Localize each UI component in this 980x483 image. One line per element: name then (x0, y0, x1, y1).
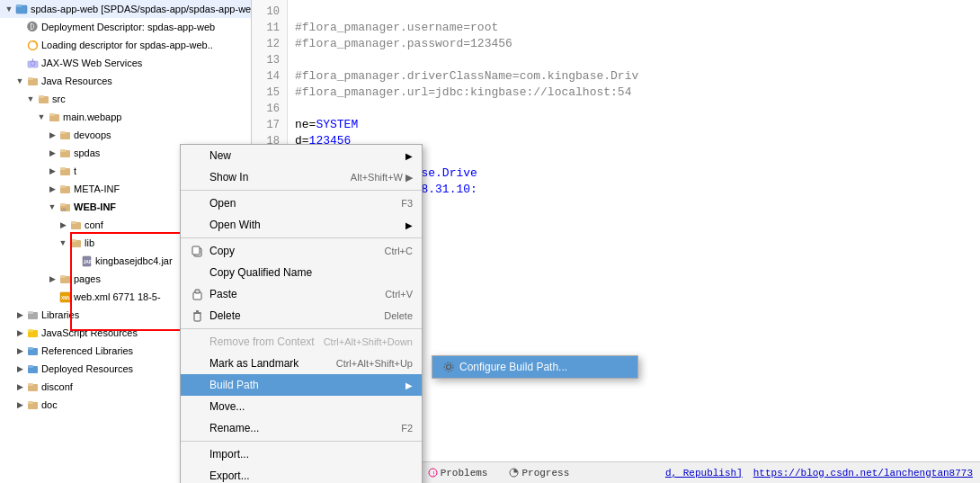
folder-icon (58, 164, 72, 178)
svg-rect-13 (60, 131, 66, 134)
line-num-13: 13 (255, 52, 280, 68)
menu-label-copy: Copy (209, 245, 385, 257)
menu-item-move[interactable]: Move... (181, 396, 422, 417)
menu-item-paste[interactable]: Paste Ctrl+V (181, 283, 422, 305)
tree-label: Referenced Libraries (41, 345, 133, 356)
tree-item-jaxws[interactable]: JAX-WS Web Services (0, 54, 251, 72)
tree-label: META-INF (74, 183, 120, 194)
menu-label-mark-landmark: Mark as Landmark (209, 357, 336, 370)
tree-label: src (52, 94, 66, 104)
expand-arrow: ▼ (47, 201, 58, 212)
tree-label: JAX-WS Web Services (41, 58, 142, 68)
tree-item-deploy-desc[interactable]: 🅓 Deployment Descriptor: spdas-app-web (0, 18, 251, 36)
submenu-item-configure-build-path[interactable]: Configure Build Path... (432, 356, 637, 378)
svg-text:JAR: JAR (83, 259, 92, 264)
menu-item-show-in[interactable]: Show In Alt+Shift+W ▶ (181, 166, 422, 188)
svg-rect-17 (60, 167, 66, 170)
line-num-17: 17 (255, 117, 280, 133)
tree-item-java-resources[interactable]: ▼ Java Resources (0, 72, 251, 90)
tree-item-loading-desc[interactable]: Loading descriptor for spdas-app-web.. (0, 36, 251, 54)
menu-item-export[interactable]: Export... (181, 465, 422, 483)
menu-label-new: New (209, 149, 405, 162)
tree-label: doc (41, 399, 58, 410)
svg-rect-30 (60, 275, 66, 278)
shortcut-show-in: Alt+Shift+W ▶ (351, 172, 413, 183)
menu-item-copy[interactable]: Copy Ctrl+C (181, 240, 422, 262)
export-icon (190, 469, 204, 483)
copy-qualified-icon (190, 265, 204, 280)
menu-item-open[interactable]: Open F3 (181, 192, 422, 214)
svg-rect-40 (28, 365, 33, 368)
project-icon (14, 2, 29, 16)
tree-item-root[interactable]: ▼ spdas-app-web [SPDAS/spdas-app/spdas-a… (0, 0, 251, 18)
code-line-15 (295, 102, 302, 115)
menu-label-open: Open (209, 197, 401, 210)
folder-icon (58, 128, 72, 142)
menu-label-open-with: Open With (209, 219, 405, 231)
menu-item-remove-context[interactable]: Remove from Context Ctrl+Alt+Shift+Down (181, 331, 422, 353)
svg-rect-48 (195, 290, 200, 293)
menu-item-open-with[interactable]: Open With ▶ (181, 214, 422, 236)
svg-rect-19 (60, 185, 66, 188)
svg-text:!: ! (432, 470, 435, 478)
leaf-spacer (47, 291, 58, 302)
descriptor-icon: 🅓 (25, 20, 40, 34)
svg-rect-21 (60, 203, 66, 206)
expand-arrow: ▶ (47, 148, 58, 158)
paste-icon (190, 287, 204, 301)
svg-point-53 (444, 362, 453, 371)
bottom-link[interactable]: d, Republish] (665, 468, 743, 479)
bottom-tab-problems[interactable]: ! Problems (423, 466, 494, 480)
expand-arrow: ▶ (14, 309, 25, 320)
jar-icon: JAR (79, 254, 94, 268)
code-line-16: ne=SYSTEM (295, 118, 358, 131)
menu-label-export: Export... (209, 470, 413, 482)
show-in-icon (190, 170, 204, 184)
menu-divider-3 (181, 328, 422, 329)
menu-item-rename[interactable]: Rename... F2 (181, 417, 422, 439)
tree-item-main-webapp[interactable]: ▼ main.webapp (0, 108, 251, 126)
tree-label: kingbasejdbc4.jar (95, 255, 173, 266)
shortcut-open: F3 (401, 198, 413, 209)
expand-arrow: ▶ (14, 399, 25, 410)
svg-text:W: W (61, 207, 67, 212)
tree-label: Deployed Resources (41, 363, 133, 374)
expand-arrow: ▼ (36, 112, 47, 122)
tree-item-src[interactable]: ▼ src (0, 90, 251, 108)
svg-rect-38 (28, 347, 33, 350)
menu-item-copy-qualified[interactable]: Copy Qualified Name (181, 262, 422, 283)
submenu-arrow-build-path: ▶ (405, 380, 413, 390)
menu-item-mark-landmark[interactable]: Mark as Landmark Ctrl+Alt+Shift+Up (181, 353, 422, 374)
menu-item-build-path[interactable]: Build Path ▶ (181, 374, 422, 396)
menu-label-paste: Paste (209, 288, 385, 300)
line-num-14: 14 (255, 68, 280, 85)
svg-rect-15 (60, 149, 66, 152)
ref-libraries-icon (25, 344, 40, 358)
open-icon (190, 196, 204, 210)
tree-label: web.xml 6771 18-5- (74, 291, 161, 302)
tree-label: spdas-app-web [SPDAS/spdas-app/spdas-app… (31, 4, 252, 14)
menu-label-move: Move... (209, 400, 413, 413)
tree-label: main.webapp (63, 112, 121, 122)
doc-folder-icon (25, 398, 40, 412)
menu-label-copy-qualified: Copy Qualified Name (209, 266, 413, 279)
leaf-spacer (14, 22, 25, 32)
new-icon (190, 148, 204, 163)
move-icon (190, 399, 204, 414)
menu-item-import[interactable]: Import... (181, 443, 422, 465)
menu-label-import: Import... (209, 448, 413, 461)
folder-icon (58, 182, 72, 196)
disconf-folder-icon (25, 380, 40, 394)
menu-item-new[interactable]: New ▶ (181, 145, 422, 166)
js-resources-icon (25, 326, 40, 340)
bottom-tab-progress[interactable]: Progress (503, 466, 575, 480)
leaf-spacer (68, 255, 79, 266)
menu-item-delete[interactable]: Delete Delete (181, 305, 422, 326)
leaf-spacer (14, 58, 25, 68)
line-num-11: 11 (255, 20, 280, 36)
expand-arrow: ▶ (14, 381, 25, 392)
bottom-url[interactable]: https://blog.csdn.net/lanchengtan8773 (753, 468, 973, 479)
tree-item-devoops[interactable]: ▶ devoops (0, 126, 251, 144)
problems-icon: ! (428, 468, 438, 478)
configure-build-path-label: Configure Build Path... (459, 361, 567, 373)
